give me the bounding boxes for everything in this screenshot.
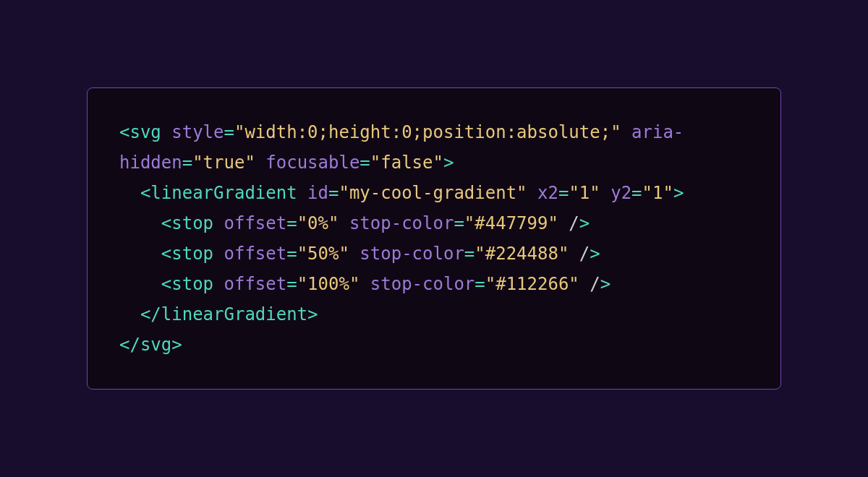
tag-stop-open: <stop — [161, 213, 213, 233]
tag-lineargradient-open: <linearGradient — [140, 183, 297, 203]
indent — [119, 304, 140, 325]
val-aria-hidden: "true" — [192, 152, 255, 173]
attr-y2: y2 — [600, 183, 631, 203]
punct: = — [359, 152, 370, 173]
val-offset: "0%" — [297, 213, 339, 233]
code-block: <svg style="width:0;height:0;position:ab… — [87, 87, 781, 390]
attr-style: style — [161, 122, 224, 142]
val-stop-color: "#112266" — [485, 274, 579, 294]
tag-lineargradient-close: </linearGradient> — [140, 304, 318, 325]
attr-id: id — [297, 183, 328, 203]
attr-x2: x2 — [527, 183, 558, 203]
val-y2: "1" — [642, 183, 673, 203]
attr-offset: offset — [213, 213, 286, 233]
tag-close-bracket: > — [443, 152, 454, 173]
punct: = — [454, 213, 464, 233]
punct: = — [558, 183, 569, 203]
punct: = — [631, 183, 642, 203]
tag-stop-open: <stop — [161, 274, 213, 294]
val-stop-color: "#224488" — [475, 244, 569, 264]
val-x2: "1" — [569, 183, 600, 203]
tag-svg-open: <svg — [119, 122, 161, 142]
punct: = — [286, 213, 297, 233]
indent — [119, 213, 161, 233]
punct: = — [328, 183, 339, 203]
punct: = — [286, 244, 297, 264]
attr-offset: offset — [213, 244, 286, 264]
self-close-slash: / — [558, 213, 579, 233]
tag-stop-open: <stop — [161, 244, 213, 264]
punct: = — [182, 152, 192, 173]
tag-close-bracket: > — [590, 244, 600, 264]
attr-stop-color: stop-color — [349, 244, 464, 264]
punct: = — [224, 122, 234, 142]
val-stop-color: "#447799" — [464, 213, 558, 233]
attr-stop-color: stop-color — [359, 274, 475, 294]
punct: = — [286, 274, 297, 294]
val-offset: "100%" — [297, 274, 360, 294]
val-style: "width:0;height:0;position:absolute;" — [234, 122, 621, 142]
tag-close-bracket: > — [600, 274, 610, 294]
attr-stop-color: stop-color — [339, 213, 454, 233]
tag-svg-close: </svg> — [119, 335, 182, 355]
punct: = — [475, 274, 485, 294]
attr-focusable: focusable — [255, 152, 360, 173]
indent — [119, 183, 140, 203]
tag-close-bracket: > — [579, 213, 590, 233]
self-close-slash: / — [579, 274, 600, 294]
attr-offset: offset — [213, 274, 286, 294]
val-id: "my-cool-gradient" — [339, 183, 527, 203]
val-offset: "50%" — [297, 244, 349, 264]
punct: = — [464, 244, 475, 264]
tag-close-bracket: > — [673, 183, 684, 203]
indent — [119, 244, 161, 264]
code-content: <svg style="width:0;height:0;position:ab… — [119, 122, 684, 355]
indent — [119, 274, 161, 294]
self-close-slash: / — [569, 244, 590, 264]
val-focusable: "false" — [370, 152, 443, 173]
